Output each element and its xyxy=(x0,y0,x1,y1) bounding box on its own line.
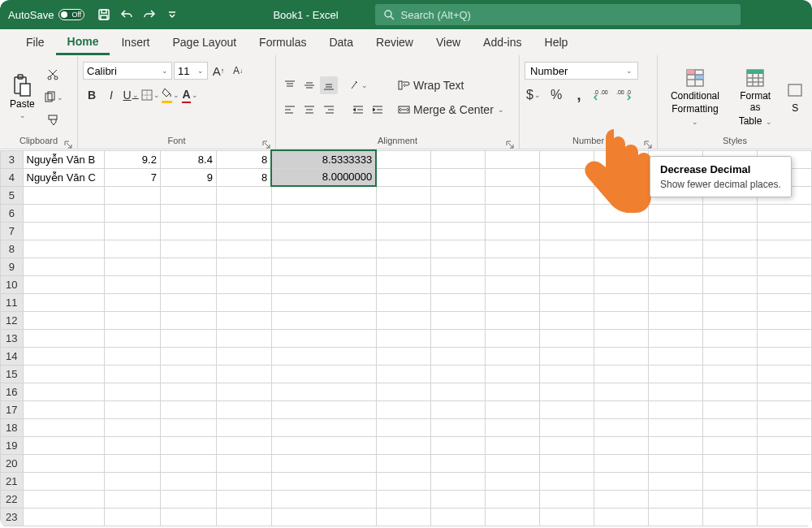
cell-E12[interactable] xyxy=(271,311,376,329)
cell-D4[interactable]: 8 xyxy=(216,168,271,186)
cell-D8[interactable] xyxy=(216,240,271,258)
cell-C17[interactable] xyxy=(160,400,216,418)
worksheet-grid[interactable]: 3Nguyễn Văn B9.28.488.53333334Nguyễn Văn… xyxy=(0,149,812,528)
cell-L18[interactable] xyxy=(702,418,757,436)
cell-D5[interactable] xyxy=(216,186,271,204)
cell-E16[interactable] xyxy=(271,383,376,400)
cell-E5[interactable] xyxy=(271,186,376,204)
row-header[interactable]: 15 xyxy=(1,365,24,383)
cell-M18[interactable] xyxy=(757,418,811,436)
cell-A3[interactable]: Nguyễn Văn B xyxy=(23,150,104,168)
cell-I16[interactable] xyxy=(539,383,594,400)
cell-B19[interactable] xyxy=(104,436,160,454)
cell-E7[interactable] xyxy=(271,222,376,240)
autosave-toggle[interactable]: Off xyxy=(58,9,84,20)
row-header[interactable]: 16 xyxy=(1,383,24,400)
cell-D10[interactable] xyxy=(216,275,271,293)
cell-B14[interactable] xyxy=(104,347,160,365)
row-header[interactable]: 5 xyxy=(1,186,24,204)
cell-M12[interactable] xyxy=(757,311,811,329)
cell-A8[interactable] xyxy=(23,240,104,258)
cell-A5[interactable] xyxy=(23,186,104,204)
cell-J14[interactable] xyxy=(594,347,648,365)
cell-G6[interactable] xyxy=(430,204,485,222)
cell-H13[interactable] xyxy=(485,329,539,347)
cell-C8[interactable] xyxy=(160,240,216,258)
cell-G16[interactable] xyxy=(430,383,485,400)
cell-F21[interactable] xyxy=(376,472,430,490)
cell-M6[interactable] xyxy=(757,204,811,222)
cell-B23[interactable] xyxy=(104,508,160,526)
cell-H11[interactable] xyxy=(485,293,539,311)
cell-A23[interactable] xyxy=(23,508,104,526)
italic-button[interactable]: I xyxy=(102,86,120,104)
cell-K19[interactable] xyxy=(648,436,702,454)
fill-color-button[interactable]: ⌄ xyxy=(162,86,179,104)
cell-H15[interactable] xyxy=(485,365,539,383)
borders-button[interactable]: ⌄ xyxy=(141,86,160,104)
cell-E14[interactable] xyxy=(271,347,376,365)
cell-M17[interactable] xyxy=(757,400,811,418)
cell-F16[interactable] xyxy=(376,383,430,400)
align-bottom-button[interactable] xyxy=(320,76,338,94)
cell-I18[interactable] xyxy=(539,418,594,436)
comma-style-button[interactable]: , xyxy=(570,86,588,104)
cell-C14[interactable] xyxy=(160,347,216,365)
cell-M8[interactable] xyxy=(757,240,811,258)
cell-B8[interactable] xyxy=(104,240,160,258)
cell-D15[interactable] xyxy=(216,365,271,383)
cell-F13[interactable] xyxy=(376,329,430,347)
row-header[interactable]: 8 xyxy=(1,240,24,258)
cell-K22[interactable] xyxy=(648,490,702,508)
cell-H16[interactable] xyxy=(485,383,539,400)
cell-F3[interactable] xyxy=(376,150,430,168)
cell-E21[interactable] xyxy=(271,472,376,490)
cell-E4[interactable]: 8.0000000 xyxy=(271,168,376,186)
font-color-button[interactable]: A⌄ xyxy=(181,86,199,104)
cell-E13[interactable] xyxy=(271,329,376,347)
format-painter-button[interactable] xyxy=(44,111,62,129)
tab-formulas[interactable]: Formulas xyxy=(248,31,317,54)
cell-G13[interactable] xyxy=(430,329,485,347)
cell-G18[interactable] xyxy=(430,418,485,436)
cell-J7[interactable] xyxy=(594,222,648,240)
cell-F18[interactable] xyxy=(376,418,430,436)
cell-I13[interactable] xyxy=(539,329,594,347)
cell-D12[interactable] xyxy=(216,311,271,329)
cell-F23[interactable] xyxy=(376,508,430,526)
underline-button[interactable]: U⌄ xyxy=(122,86,140,104)
cell-G8[interactable] xyxy=(430,240,485,258)
cell-D3[interactable]: 8 xyxy=(216,150,271,168)
qat-customize-button[interactable] xyxy=(161,0,184,29)
tab-file[interactable]: File xyxy=(15,31,56,54)
row-header[interactable]: 6 xyxy=(1,204,24,222)
cell-G10[interactable] xyxy=(430,275,485,293)
cell-E3[interactable]: 8.5333333 xyxy=(271,150,376,168)
cell-A16[interactable] xyxy=(23,383,104,400)
font-name-select[interactable]: Calibri⌄ xyxy=(83,62,172,80)
cell-C23[interactable] xyxy=(160,508,216,526)
cell-C7[interactable] xyxy=(160,222,216,240)
cell-C22[interactable] xyxy=(160,490,216,508)
search-box[interactable]: Search (Alt+Q) xyxy=(375,4,741,25)
cell-D11[interactable] xyxy=(216,293,271,311)
cell-I7[interactable] xyxy=(539,222,594,240)
cell-H5[interactable] xyxy=(485,186,539,204)
cell-I19[interactable] xyxy=(539,436,594,454)
cell-A18[interactable] xyxy=(23,418,104,436)
cell-L13[interactable] xyxy=(702,329,757,347)
tab-help[interactable]: Help xyxy=(533,31,580,54)
cell-I11[interactable] xyxy=(539,293,594,311)
cell-L16[interactable] xyxy=(702,383,757,400)
cell-J23[interactable] xyxy=(594,508,648,526)
cell-D9[interactable] xyxy=(216,258,271,275)
orientation-button[interactable]: ⌄ xyxy=(349,76,368,94)
cell-M9[interactable] xyxy=(757,258,811,275)
cell-G14[interactable] xyxy=(430,347,485,365)
cell-A15[interactable] xyxy=(23,365,104,383)
cell-J10[interactable] xyxy=(594,275,648,293)
font-size-select[interactable]: 11⌄ xyxy=(174,62,208,80)
cell-J16[interactable] xyxy=(594,383,648,400)
cell-F22[interactable] xyxy=(376,490,430,508)
decrease-indent-button[interactable] xyxy=(349,101,367,119)
